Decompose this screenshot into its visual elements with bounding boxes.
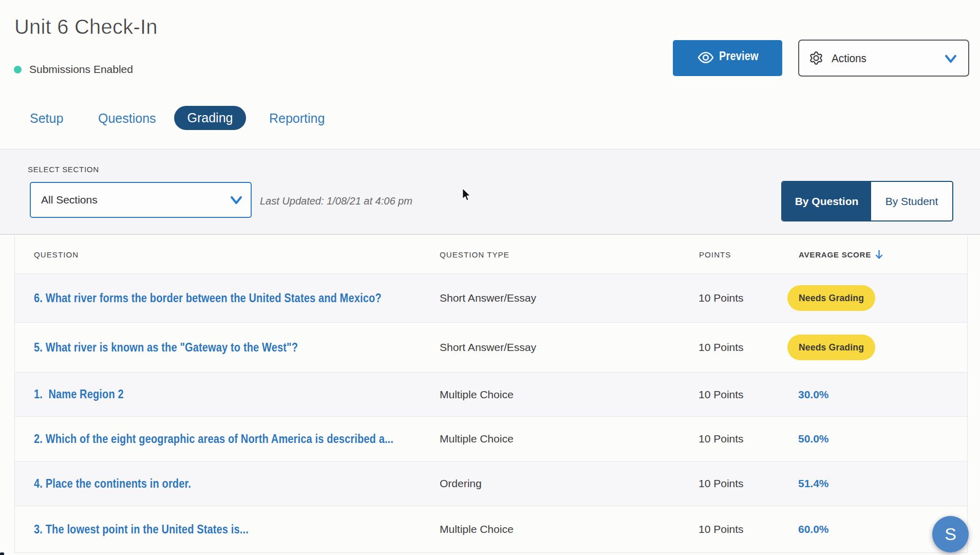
last-updated-text: Last Updated: 1/08/21 at 4:06 pm bbox=[260, 196, 412, 206]
question-link[interactable]: 6. What river forms the border between t… bbox=[34, 274, 382, 322]
toggle-by-student[interactable]: By Student bbox=[871, 182, 952, 220]
question-link[interactable]: 4. Place the continents in order. bbox=[34, 461, 191, 506]
column-header-average-score-label: AVERAGE SCORE bbox=[799, 250, 871, 259]
question-points: 10 Points bbox=[699, 506, 744, 552]
column-header-points[interactable]: POINTS bbox=[699, 235, 731, 274]
preview-label: Preview bbox=[719, 50, 759, 63]
table-row: 6. What river forms the border between t… bbox=[15, 274, 967, 323]
question-type: Short Answer/Essay bbox=[440, 323, 536, 372]
eye-icon bbox=[697, 50, 714, 65]
select-section-label: SELECT SECTION bbox=[28, 165, 99, 174]
toggle-by-question[interactable]: By Question bbox=[782, 182, 871, 220]
needs-grading-badge: Needs Grading bbox=[787, 335, 875, 360]
table-row: 4. Place the continents in order. Orderi… bbox=[15, 461, 967, 506]
filter-bar: SELECT SECTION All Sections Last Updated… bbox=[0, 150, 980, 235]
questions-table: QUESTION QUESTION TYPE POINTS AVERAGE SC… bbox=[14, 235, 968, 553]
gear-icon bbox=[809, 51, 823, 65]
average-score: 50.0% bbox=[798, 417, 829, 461]
preview-button[interactable]: Preview bbox=[673, 40, 782, 76]
sort-descending-icon bbox=[875, 250, 883, 260]
actions-button[interactable]: Actions bbox=[798, 40, 969, 77]
average-score: Needs Grading bbox=[787, 274, 875, 322]
chevron-down-icon bbox=[231, 196, 242, 205]
question-type: Multiple Choice bbox=[440, 373, 514, 416]
question-link[interactable]: 2. Which of the eight geographic areas o… bbox=[34, 417, 393, 461]
question-type: Short Answer/Essay bbox=[440, 274, 536, 322]
needs-grading-badge: Needs Grading bbox=[787, 285, 875, 311]
column-header-average-score[interactable]: AVERAGE SCORE bbox=[799, 235, 883, 274]
average-score: 30.0% bbox=[798, 373, 829, 416]
question-link[interactable]: 5. What river is known as the "Gateway t… bbox=[34, 323, 298, 372]
tab-setup[interactable]: Setup bbox=[30, 112, 63, 125]
tab-questions[interactable]: Questions bbox=[98, 112, 156, 125]
table-row: 5. What river is known as the "Gateway t… bbox=[15, 323, 967, 373]
average-score: 60.0% bbox=[798, 506, 829, 552]
question-points: 10 Points bbox=[699, 461, 744, 506]
question-type: Multiple Choice bbox=[440, 417, 514, 461]
tab-grading[interactable]: Grading bbox=[174, 106, 246, 130]
question-type: Multiple Choice bbox=[440, 506, 514, 552]
question-points: 10 Points bbox=[699, 417, 744, 461]
table-header: QUESTION QUESTION TYPE POINTS AVERAGE SC… bbox=[15, 235, 967, 274]
question-points: 10 Points bbox=[699, 323, 744, 372]
column-header-question[interactable]: QUESTION bbox=[34, 235, 79, 274]
tab-reporting[interactable]: Reporting bbox=[269, 112, 325, 125]
column-header-question-type[interactable]: QUESTION TYPE bbox=[440, 235, 510, 274]
average-score: 51.4% bbox=[798, 461, 829, 506]
corner-notification-sliver bbox=[0, 552, 4, 555]
actions-label: Actions bbox=[832, 53, 866, 64]
chevron-down-icon bbox=[945, 54, 956, 63]
table-row: 1. Name Region 2 Multiple Choice 10 Poin… bbox=[15, 373, 967, 417]
section-dropdown-value: All Sections bbox=[41, 194, 98, 206]
question-type: Ordering bbox=[440, 461, 482, 506]
section-dropdown[interactable]: All Sections bbox=[30, 182, 252, 218]
average-score: Needs Grading bbox=[787, 323, 875, 372]
view-toggle: By Question By Student bbox=[781, 181, 953, 221]
question-points: 10 Points bbox=[699, 274, 744, 322]
question-points: 10 Points bbox=[699, 373, 744, 416]
table-row: 3. The lowest point in the United States… bbox=[15, 506, 967, 552]
question-link[interactable]: 1. Name Region 2 bbox=[34, 373, 124, 416]
table-row: 2. Which of the eight geographic areas o… bbox=[15, 417, 967, 461]
page-header: Unit 6 Check-In Submissions Enabled Setu… bbox=[0, 0, 980, 150]
support-avatar-button[interactable]: S bbox=[932, 516, 969, 552]
question-link[interactable]: 3. The lowest point in the United States… bbox=[34, 506, 249, 552]
avatar-initial: S bbox=[945, 524, 956, 544]
